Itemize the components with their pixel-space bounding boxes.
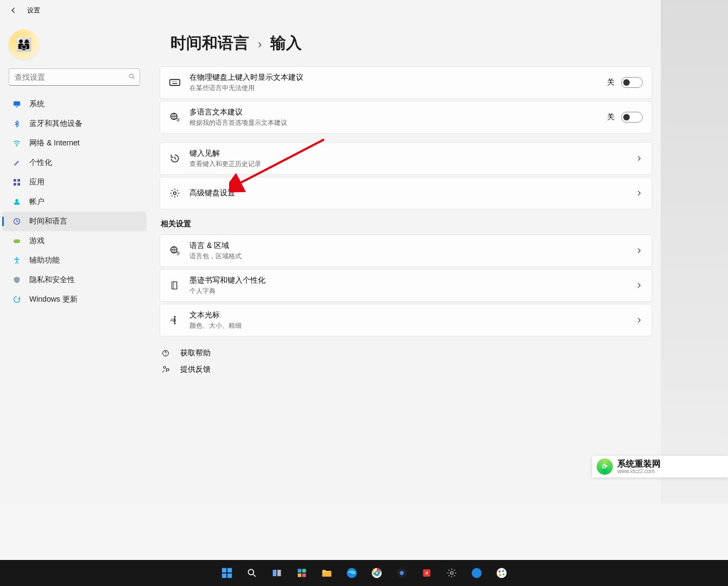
- svg-rect-27: [227, 574, 231, 578]
- svg-rect-35: [322, 572, 331, 576]
- account-row[interactable]: 👨‍👩‍👧: [0, 25, 149, 65]
- chevron-right-icon: [635, 282, 643, 289]
- svg-point-45: [471, 568, 481, 578]
- svg-text:字: 字: [176, 251, 180, 256]
- setting-title: 语言 & 区域: [189, 241, 626, 251]
- gamepad-icon: [12, 236, 22, 246]
- sidebar-item-personalization[interactable]: 个性化: [2, 153, 147, 173]
- back-button[interactable]: [3, 0, 24, 21]
- site-watermark: ⟳ 系统重装网 www.xtcz2.com: [592, 456, 728, 477]
- setting-typing-insights[interactable]: 键入见解 查看键入和更正历史记录: [160, 142, 652, 175]
- svg-point-46: [496, 568, 506, 578]
- related-inking-personalization[interactable]: 墨迹书写和键入个性化 个人字典: [160, 269, 652, 302]
- shield-icon: [12, 275, 22, 285]
- related-settings-heading: 相关设置: [161, 219, 652, 229]
- taskbar-browser-button[interactable]: [466, 562, 488, 584]
- sidebar-item-privacy[interactable]: 隐私和安全性: [2, 270, 147, 290]
- wifi-icon: [12, 138, 22, 148]
- svg-point-44: [450, 572, 453, 575]
- setting-subtitle: 在某些语言中无法使用: [189, 84, 598, 93]
- taskbar-edge-button[interactable]: [341, 562, 363, 584]
- svg-rect-18: [172, 282, 177, 289]
- breadcrumb-parent[interactable]: 时间和语言: [170, 33, 249, 54]
- taskbar[interactable]: ¥: [0, 560, 728, 586]
- watermark-url: www.xtcz2.com: [617, 468, 661, 474]
- svg-point-11: [16, 257, 18, 259]
- taskbar-chrome-button[interactable]: [366, 562, 388, 584]
- svg-rect-25: [227, 568, 231, 572]
- sidebar-item-label: 网络 & Internet: [29, 138, 80, 148]
- svg-text:¥: ¥: [425, 570, 428, 576]
- text-cursor-icon: Ab: [169, 314, 181, 326]
- sidebar-item-label: 帐户: [29, 197, 45, 207]
- globe-language-icon: 字: [169, 111, 181, 123]
- svg-point-49: [502, 574, 504, 576]
- setting-subtitle: 语言包，区域格式: [189, 252, 626, 261]
- taskbar-explorer-button[interactable]: [316, 562, 338, 584]
- give-feedback-link[interactable]: 提供反馈: [161, 365, 652, 374]
- sidebar-item-label: 系统: [29, 99, 45, 109]
- taskbar-pinned-app-button[interactable]: ¥: [416, 562, 438, 584]
- sidebar-item-accounts[interactable]: 帐户: [2, 192, 147, 212]
- get-help-link[interactable]: 获取帮助: [161, 348, 652, 358]
- svg-rect-10: [14, 239, 20, 243]
- setting-title: 键入见解: [189, 149, 626, 158]
- svg-rect-34: [302, 574, 306, 577]
- sidebar-item-label: 应用: [29, 177, 45, 187]
- svg-point-50: [499, 574, 501, 576]
- taskbar-start-button[interactable]: [216, 562, 238, 584]
- settings-window: 设置 👨‍👩‍👧 系统 蓝牙和其他设: [0, 0, 661, 504]
- svg-point-15: [174, 192, 176, 195]
- setting-text-suggestions[interactable]: 在物理键盘上键入时显示文本建议 在某些语言中无法使用 关: [160, 66, 652, 99]
- svg-point-48: [502, 570, 504, 572]
- paintbrush-icon: [12, 158, 22, 168]
- sidebar-item-label: 游戏: [29, 236, 45, 246]
- sidebar-item-network[interactable]: 网络 & Internet: [2, 133, 147, 153]
- sidebar-item-time-language[interactable]: 时间和语言: [2, 212, 147, 231]
- svg-text:Ab: Ab: [170, 317, 176, 323]
- svg-rect-24: [221, 568, 226, 572]
- blurred-background-strip: [661, 0, 728, 504]
- sidebar-item-apps[interactable]: 应用: [2, 173, 147, 192]
- sidebar-item-accessibility[interactable]: 辅助功能: [2, 251, 147, 270]
- toggle-switch[interactable]: [621, 112, 643, 123]
- sidebar-item-bluetooth[interactable]: 蓝牙和其他设备: [2, 114, 147, 133]
- search-icon: [128, 73, 136, 80]
- setting-multilingual-suggestions[interactable]: 字 多语言文本建议 根据我的语言首选项显示文本建议 关: [160, 101, 652, 133]
- keyboard-icon: [169, 77, 181, 88]
- taskbar-paint-button[interactable]: [491, 562, 512, 584]
- sidebar-item-gaming[interactable]: 游戏: [2, 231, 147, 251]
- sidebar-item-label: 隐私和安全性: [29, 275, 75, 285]
- setting-advanced-keyboard[interactable]: 高级键盘设置: [160, 177, 652, 209]
- toggle-switch[interactable]: [621, 77, 643, 88]
- toggle-state-label: 关: [607, 112, 615, 122]
- search-input[interactable]: [9, 68, 140, 86]
- taskbar-settings-button[interactable]: [441, 562, 463, 584]
- svg-rect-29: [273, 570, 276, 576]
- taskbar-search-button[interactable]: [241, 562, 263, 584]
- sidebar-item-windows-update[interactable]: Windows 更新: [2, 290, 147, 309]
- setting-title: 文本光标: [189, 310, 626, 320]
- link-label: 提供反馈: [180, 365, 211, 374]
- related-text-cursor[interactable]: Ab 文本光标 颜色、大小、粗细: [160, 304, 652, 336]
- setting-title: 墨迹书写和键入个性化: [189, 276, 626, 285]
- svg-rect-4: [14, 179, 16, 182]
- sidebar-item-system[interactable]: 系统: [2, 94, 147, 114]
- setting-subtitle: 根据我的语言首选项显示文本建议: [189, 118, 598, 128]
- svg-rect-2: [16, 106, 18, 107]
- svg-point-47: [498, 570, 501, 572]
- svg-point-28: [248, 569, 254, 575]
- svg-rect-12: [170, 80, 180, 86]
- svg-rect-5: [17, 179, 20, 182]
- history-icon: [169, 152, 181, 164]
- help-icon: [161, 348, 170, 358]
- sidebar-item-label: 时间和语言: [29, 216, 67, 226]
- apps-icon: [12, 177, 22, 187]
- taskbar-chrome-dark-button[interactable]: [391, 562, 413, 584]
- taskbar-task-view-button[interactable]: [266, 562, 288, 584]
- update-icon: [12, 295, 22, 304]
- svg-rect-31: [297, 569, 301, 573]
- taskbar-widgets-button[interactable]: [291, 562, 313, 584]
- svg-text:字: 字: [176, 118, 180, 123]
- related-language-region[interactable]: 字 语言 & 区域 语言包，区域格式: [160, 234, 652, 267]
